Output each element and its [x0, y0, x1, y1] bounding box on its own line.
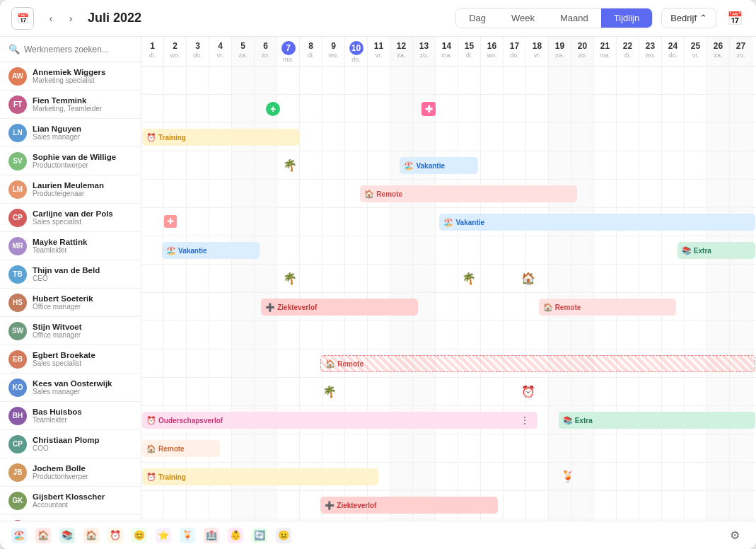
- calendar-cell[interactable]: [594, 491, 617, 519]
- calendar-cell[interactable]: [277, 349, 300, 377]
- calendar-cell[interactable]: [345, 67, 368, 94]
- calendar-cell[interactable]: [413, 519, 436, 521]
- event-bar[interactable]: ⏰Training: [142, 129, 299, 146]
- calendar-cell[interactable]: [752, 180, 756, 207]
- event-bar[interactable]: ➕Ziekteverlof: [261, 299, 418, 316]
- calendar-cell[interactable]: [752, 378, 756, 405]
- calendar-cell[interactable]: [390, 321, 413, 349]
- calendar-cell[interactable]: [300, 123, 322, 151]
- calendar-cell[interactable]: [707, 265, 730, 292]
- calendar-cell[interactable]: [481, 434, 504, 462]
- calendar-cell[interactable]: [685, 265, 707, 292]
- calendar-cell[interactable]: [232, 349, 255, 377]
- calendar-cell[interactable]: [707, 463, 730, 490]
- employee-row[interactable]: FT Fien Temmink Marketing, Teamleider: [0, 91, 141, 119]
- event-bar[interactable]: ⏰Ouderschapsverlof: [142, 412, 537, 429]
- calendar-cell[interactable]: [141, 151, 164, 179]
- calendar-cell[interactable]: [707, 67, 730, 94]
- calendar-cell[interactable]: [752, 321, 756, 349]
- calendar-cell[interactable]: [594, 236, 617, 264]
- calendar-cell[interactable]: [164, 491, 187, 519]
- calendar-cell[interactable]: [639, 434, 662, 462]
- event-bar[interactable]: 🏠Remote: [360, 185, 576, 202]
- employee-row[interactable]: CP Carlijne van der Pols Sales specialis…: [0, 204, 141, 232]
- employee-row[interactable]: LM Laurien Meuleman Producteigenaar: [0, 175, 141, 204]
- calendar-cell[interactable]: [390, 434, 413, 462]
- employee-row[interactable]: HS Hubert Soeterik Office manager: [0, 289, 141, 317]
- calendar-cell[interactable]: [436, 463, 458, 490]
- calendar-cell[interactable]: [752, 434, 756, 462]
- calendar-cell[interactable]: [277, 208, 300, 236]
- calendar-cell[interactable]: [436, 95, 458, 122]
- calendar-cell[interactable]: [164, 180, 187, 207]
- calendar-cell[interactable]: [685, 67, 707, 94]
- calendar-cell[interactable]: [232, 95, 255, 122]
- calendar-cell[interactable]: [707, 519, 730, 521]
- calendar-cell[interactable]: [685, 491, 707, 519]
- calendar-cell[interactable]: [345, 378, 368, 405]
- calendar-cell[interactable]: [730, 180, 752, 207]
- calendar-cell[interactable]: [571, 519, 594, 521]
- calendar-cell[interactable]: [277, 180, 300, 207]
- calendar-cell[interactable]: [255, 491, 277, 519]
- calendar-cell[interactable]: [481, 265, 504, 292]
- calendar-cell[interactable]: [526, 151, 549, 179]
- calendar-cell[interactable]: [413, 236, 436, 264]
- calendar-cell[interactable]: [187, 265, 209, 292]
- calendar-cell[interactable]: [187, 95, 209, 122]
- calendar-cell[interactable]: [322, 321, 345, 349]
- calendar-cell[interactable]: [571, 378, 594, 405]
- calendar-cell[interactable]: [390, 236, 413, 264]
- calendar-cell[interactable]: [368, 378, 390, 405]
- calendar-cell[interactable]: [662, 434, 685, 462]
- calendar-cell[interactable]: [526, 236, 549, 264]
- calendar-cell[interactable]: [504, 123, 526, 151]
- company-button[interactable]: Bedrijf ⌃: [661, 8, 716, 28]
- calendar-cell[interactable]: [504, 491, 526, 519]
- calendar-cell[interactable]: [345, 208, 368, 236]
- calendar-cell[interactable]: [481, 463, 504, 490]
- calendar-cell[interactable]: [730, 265, 752, 292]
- calendar-cell[interactable]: [141, 208, 164, 236]
- calendar-icon[interactable]: 📅: [11, 7, 34, 30]
- employee-row[interactable]: CP Christiaan Plomp COO: [0, 430, 141, 458]
- calendar-cell[interactable]: [187, 491, 209, 519]
- event-bar[interactable]: 🏖️Vakantie: [162, 242, 260, 259]
- calendar-cell[interactable]: [322, 95, 345, 122]
- employee-row[interactable]: LN Lian Nguyen Sales manager: [0, 119, 141, 147]
- calendar-cell[interactable]: [277, 321, 300, 349]
- calendar-cell[interactable]: [187, 519, 209, 521]
- event-bar[interactable]: ⏰Training: [142, 468, 378, 485]
- calendar-cell[interactable]: [300, 434, 322, 462]
- calendar-cell[interactable]: [232, 67, 255, 94]
- calendar-cell[interactable]: [594, 434, 617, 462]
- calendar-cell[interactable]: [345, 321, 368, 349]
- calendar-cell[interactable]: [707, 293, 730, 320]
- calendar-cell[interactable]: [164, 151, 187, 179]
- employee-row[interactable]: KO Kees van Oosterwijk Sales manager: [0, 374, 141, 402]
- calendar-cell[interactable]: [662, 378, 685, 405]
- calendar-cell[interactable]: [730, 293, 752, 320]
- calendar-cell[interactable]: [730, 151, 752, 179]
- calendar-cell[interactable]: [458, 434, 481, 462]
- calendar-cell[interactable]: [662, 519, 685, 521]
- calendar-cell[interactable]: [300, 180, 322, 207]
- calendar-cell[interactable]: [187, 180, 209, 207]
- calendar-cell[interactable]: [504, 321, 526, 349]
- calendar-cell[interactable]: [164, 378, 187, 405]
- calendar-cell[interactable]: [730, 95, 752, 122]
- calendar-cell[interactable]: [617, 463, 639, 490]
- calendar-cell[interactable]: [413, 378, 436, 405]
- calendar-cell[interactable]: [481, 123, 504, 151]
- prev-button[interactable]: ‹: [42, 10, 59, 27]
- calendar-cell[interactable]: [662, 491, 685, 519]
- calendar-cell[interactable]: [141, 67, 164, 94]
- calendar-cell[interactable]: [526, 434, 549, 462]
- calendar-cell[interactable]: [141, 378, 164, 405]
- calendar-cell[interactable]: [322, 208, 345, 236]
- calendar-cell[interactable]: [436, 293, 458, 320]
- calendar-cell[interactable]: [707, 434, 730, 462]
- calendar-cell[interactable]: [481, 378, 504, 405]
- tab-maand[interactable]: Maand: [547, 8, 601, 28]
- tab-tijdlijn[interactable]: Tijdlijn: [601, 8, 652, 28]
